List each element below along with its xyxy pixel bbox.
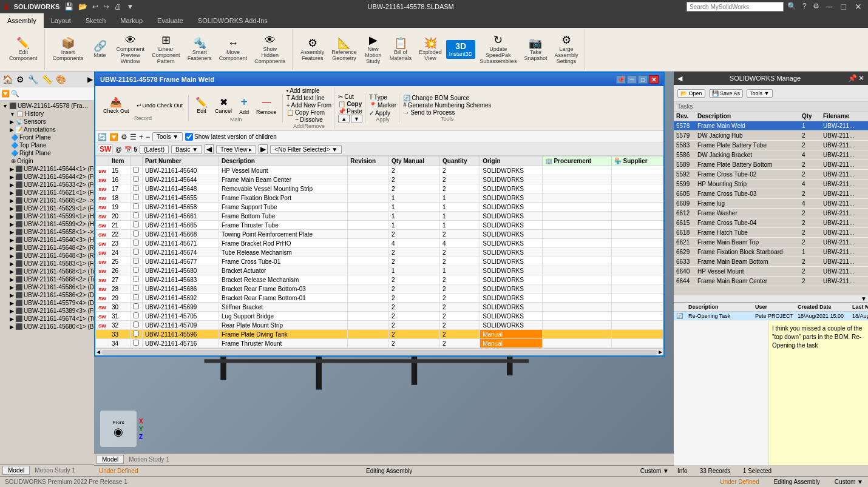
btn-add-simple[interactable]: Add simple	[290, 87, 319, 94]
btn-check-out[interactable]: 📤 Check Out	[100, 95, 132, 115]
quick-access-print[interactable]: 🖨	[113, 2, 123, 11]
motion-study-tab[interactable]: Motion Study 1	[30, 466, 80, 474]
bom-table-row[interactable]: SW 15 UBW-21161-45640 HP Vessel Mount 2 …	[96, 166, 663, 175]
property-manager-icon[interactable]: ⚙	[15, 73, 25, 86]
tree-item-comp12[interactable]: ▶ ⬛ UBW-21161-45648<3> (Remo...	[8, 252, 93, 260]
add-filter-icon[interactable]: +	[139, 133, 143, 141]
row-checkbox[interactable]	[130, 257, 142, 266]
filter-icon[interactable]: 🔽	[1, 90, 10, 98]
btn-smart-fasteners[interactable]: 🔩 SmartFasteners	[185, 36, 215, 63]
row-checkbox[interactable]	[130, 284, 142, 294]
row-checkbox[interactable]	[130, 321, 142, 330]
filter-btn[interactable]: 🔽	[109, 133, 118, 141]
bom-table-row[interactable]: SW 21 UBW-21161-45665 Frame Thruster Tub…	[96, 221, 663, 230]
manage-table-row[interactable]: 5589 Frame Plate Battery Bottom 2 UBW-21…	[674, 160, 868, 170]
tab-addins[interactable]: SOLIDWORKS Add-Ins	[191, 13, 275, 28]
manage-table-row[interactable]: 6618 Frame Hatch Tube 2 UBW-211...	[674, 228, 868, 238]
bom-table-row[interactable]: SW 32 UBW-21161-45709 Rear Plate Mount S…	[96, 321, 663, 330]
row-checkbox[interactable]	[130, 203, 142, 212]
tree-item-comp21[interactable]: ▶ ⬛ UBW-21161-45680<1> (Bracket A...	[8, 323, 93, 331]
maximize-btn[interactable]: □	[838, 2, 850, 12]
row-checkbox[interactable]	[130, 239, 142, 248]
btn-bill-of-materials[interactable]: 📋 Bill ofMaterials	[387, 36, 415, 63]
btn-cancel[interactable]: ✖ Cancel	[212, 95, 235, 115]
row-checkbox[interactable]	[130, 193, 142, 203]
tree-view-btn[interactable]: Tree View ▸	[216, 145, 256, 154]
col-supplier[interactable]: 🏪 Supplier	[611, 156, 663, 166]
btn-add[interactable]: + Add	[236, 94, 252, 116]
manage-table-row[interactable]: 5592 Frame Cross Tube-02 2 UBW-211...	[674, 170, 868, 180]
manage-table-row[interactable]: 5578 Frame Main Weld 1 UBW-211...	[674, 121, 868, 131]
close-btn[interactable]: ✕	[851, 2, 866, 12]
tree-item-right-plane[interactable]: 🔷 Right Plane	[8, 149, 93, 157]
show-latest-checkbox[interactable]: Show latest version of children	[185, 133, 277, 141]
quick-access-redo[interactable]: ↪	[102, 2, 110, 11]
bom-table-row[interactable]: 34 UBW-21161-45716 Frame Thruster Mount …	[96, 339, 663, 348]
manage-table-row[interactable]: 6612 Frame Washer 2 UBW-211...	[674, 209, 868, 218]
tree-item-comp9[interactable]: ▶ ⬛ UBW-21161-45658<1> ->x (F...	[8, 228, 93, 236]
btn-add-text-line[interactable]: Add text line	[291, 95, 325, 101]
quick-access-save[interactable]: 💾	[63, 2, 75, 11]
quick-access-undo[interactable]: ↩	[91, 2, 100, 11]
tree-item-comp13[interactable]: ▶ ⬛ UBW-21161-45583<1> (Frame...	[8, 260, 93, 267]
minimize-btn[interactable]: ─	[823, 2, 836, 12]
tree-item-comp6[interactable]: ▶ ⬛ UBW-21161-45629<1> (Frame...	[8, 204, 93, 212]
col-quantity[interactable]: Quantity	[440, 156, 480, 166]
manage-save-btn[interactable]: 💾 Save As	[709, 89, 744, 98]
btn-reference-geometry[interactable]: 📐 ReferenceGeometry	[328, 36, 360, 63]
col-revision[interactable]: Revision	[348, 156, 389, 166]
tools-btn[interactable]: Tools ▼	[152, 132, 183, 141]
latest-btn[interactable]: (Latest)	[140, 145, 169, 154]
bom-close-btn[interactable]: ✕	[649, 75, 659, 84]
tree-item-comp11[interactable]: ▶ ⬛ UBW-21161-45648<2> (Remo...	[8, 244, 93, 252]
col-part-number[interactable]: Part Number	[142, 156, 219, 166]
manage-table-row[interactable]: 5599 HP Mounting Strip 4 UBW-211...	[674, 180, 868, 189]
search-icon[interactable]: 🔍	[785, 2, 799, 12]
bom-table-row[interactable]: 33 UBW-21161-45596 Frame Plate Diving Ta…	[96, 330, 663, 339]
tree-item-sensors[interactable]: ▶ 📡 Sensors	[8, 118, 93, 126]
show-latest-input[interactable]	[185, 133, 193, 141]
tree-item-comp1[interactable]: ▶ ⬛ UBW-21161-45644<1> (Frame...	[8, 165, 93, 173]
btn-undo-check-out[interactable]: ↩ Undo Check Out	[134, 101, 186, 110]
row-checkbox[interactable]	[130, 230, 142, 239]
btn-remove[interactable]: ─ Remove	[253, 94, 280, 116]
col-item[interactable]: Item	[109, 156, 130, 166]
motion-study-tab-center[interactable]: Motion Study 1	[124, 455, 174, 463]
manage-table-row[interactable]: 6629 Frame Fixation Block Starboard 1 UB…	[674, 247, 868, 257]
tree-item-front-plane[interactable]: 🔷 Front Plane	[8, 133, 93, 141]
tab-layout[interactable]: Layout	[44, 13, 78, 28]
row-checkbox[interactable]	[130, 312, 142, 321]
row-checkbox[interactable]	[130, 303, 142, 312]
bom-table-row[interactable]: SW 20 UBW-21161-45661 Frame Bottom Tube …	[96, 212, 663, 221]
bom-dialog-titlebar[interactable]: UBW-21161-45578 Frame Main Weld 📌 ─ □ ✕	[95, 73, 663, 86]
manage-scrollbar[interactable]: ▼	[674, 295, 868, 302]
btn-cut[interactable]: Cut	[344, 93, 354, 100]
manage-table-row[interactable]: 6615 Frame Cross Tube-04 2 UBW-211...	[674, 218, 868, 228]
bom-table-row[interactable]: SW 19 UBW-21161-45658 Frame Support Tube…	[96, 203, 663, 212]
help-icon[interactable]: ?	[800, 2, 809, 12]
btn-change-bom-source[interactable]: Change BOM Source	[412, 95, 469, 101]
expand-arrow[interactable]: ▶	[87, 75, 93, 84]
dim-expert-icon[interactable]: 📏	[41, 73, 53, 86]
manage-table-row[interactable]: 6609 Frame lug 4 UBW-211...	[674, 199, 868, 209]
bom-table-row[interactable]: SW 16 UBW-21161-45644 Frame Main Beam Ce…	[96, 175, 663, 184]
manage-table-row[interactable]: 6644 Frame Main Beam Center 2 UBW-211...	[674, 277, 868, 286]
tree-item-comp18[interactable]: ▶ ⬛ UBW-21161-45579<4> (DW Jac...	[8, 299, 93, 307]
quick-access-open[interactable]: 📂	[77, 2, 89, 11]
minus-icon[interactable]: −	[146, 133, 150, 141]
manage-table-row[interactable]: 6633 Frame Main Beam Bottom 2 UBW-211...	[674, 257, 868, 267]
scroll-left-btn[interactable]: ◀	[97, 349, 100, 355]
tree-item-comp14[interactable]: ▶ ⬛ UBW-21161-45668<1> (Towin...	[8, 267, 93, 275]
col-qty-manual[interactable]: Qty Manual	[389, 156, 440, 166]
bom-table-row[interactable]: SW 24 UBW-21161-45674 Tube Release Mecha…	[96, 248, 663, 257]
tree-item-comp16[interactable]: ▶ ⬛ UBW-21161-45586<1> (DW Jac...	[8, 283, 93, 291]
btn-apply[interactable]: Apply	[375, 110, 390, 116]
tree-item-annotations[interactable]: ▶ 📝 Annotations	[8, 126, 93, 133]
row-checkbox[interactable]	[130, 248, 142, 257]
no-filter-btn[interactable]: <No Filter Selected> ▼	[270, 145, 342, 154]
tab-assembly[interactable]: Assembly	[0, 13, 44, 28]
bom-table-row[interactable]: SW 26 UBW-21161-45680 Bracket Actuator 1…	[96, 266, 663, 275]
row-checkbox[interactable]	[130, 339, 142, 348]
bom-minimize-btn[interactable]: ─	[627, 75, 637, 84]
btn-edit-component[interactable]: ✏️ EditComponent	[6, 36, 41, 63]
